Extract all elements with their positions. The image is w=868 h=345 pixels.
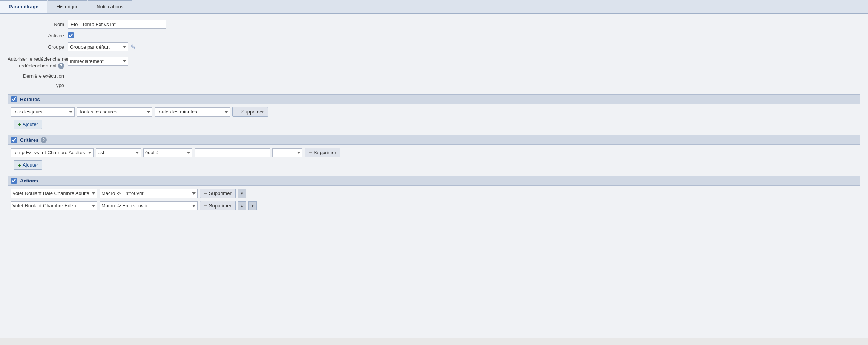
- tab-historique[interactable]: Historique: [48, 0, 87, 13]
- criteria-minus-icon: −: [309, 149, 312, 156]
- criteres-help-icon[interactable]: ?: [41, 137, 47, 143]
- horaires-delete-button[interactable]: − Supprimer: [232, 107, 268, 117]
- groupe-label: Groupe: [8, 44, 68, 50]
- criteria-value-input[interactable]: [195, 148, 270, 157]
- groupe-edit-icon[interactable]: ✎: [130, 43, 135, 51]
- criteres-checkbox[interactable]: [11, 137, 17, 143]
- tab-parametrage[interactable]: Paramétrage: [0, 0, 47, 13]
- autoriser-row: Autoriser le redéclenchement redéclenche…: [8, 55, 860, 69]
- main-content: Nom Activée Groupe Groupe par défaut ✎ A…: [0, 14, 868, 338]
- derniere-exec-label: Dernière exécution: [8, 73, 68, 79]
- action-command-select-0[interactable]: Macro -> Entrouvrir: [100, 189, 198, 198]
- action-down-button-1[interactable]: ▼: [248, 201, 257, 210]
- nom-row: Nom: [8, 20, 860, 29]
- action-device-select-1[interactable]: Volet Roulant Chambre Eden: [11, 201, 97, 210]
- criteres-add-button[interactable]: + Ajouter: [14, 160, 42, 170]
- action-command-select-1[interactable]: Macro -> Entre-ouvrir: [100, 201, 198, 210]
- criteria-subject-select[interactable]: Temp Ext vs Int Chambre Adultes: [11, 148, 94, 157]
- criteres-plus-icon: +: [18, 162, 21, 168]
- horaires-minus-icon: −: [236, 109, 240, 115]
- type-label: Type: [8, 83, 68, 88]
- activee-checkbox[interactable]: [68, 32, 74, 38]
- heures-select[interactable]: Toutes les heures: [77, 107, 152, 117]
- criteria-comparison-select[interactable]: égal à: [143, 148, 192, 157]
- horaires-checkbox[interactable]: [11, 96, 17, 102]
- autoriser-help-icon[interactable]: ?: [58, 63, 64, 69]
- action-minus-icon-0: −: [204, 190, 207, 196]
- autoriser-label: Autoriser le redéclenchement redéclenche…: [8, 56, 68, 69]
- criteria-row: Temp Ext vs Int Chambre Adultes est égal…: [8, 148, 860, 157]
- nom-label: Nom: [8, 21, 68, 27]
- tab-notifications[interactable]: Notifications: [88, 0, 132, 13]
- activee-label: Activée: [8, 33, 68, 38]
- horaires-plus-icon: +: [18, 121, 21, 127]
- action-row-0: Volet Roulant Baie Chambre Adulte Macro …: [8, 189, 860, 198]
- horaires-section-header: Horaires: [8, 94, 860, 104]
- type-row: Type: [8, 83, 860, 88]
- activee-row: Activée: [8, 32, 860, 38]
- action-delete-button-1[interactable]: − Supprimer: [200, 201, 236, 210]
- action-up-button-1[interactable]: ▲: [238, 201, 246, 210]
- arrow-down-icon-1: ▼: [250, 204, 255, 208]
- actions-title: Actions: [20, 178, 38, 184]
- minutes-select[interactable]: Toutes les minutes: [155, 107, 230, 117]
- action-minus-icon-1: −: [204, 202, 207, 209]
- arrow-down-icon-0: ▼: [240, 191, 244, 196]
- schedule-row: Tous les jours Toutes les heures Toutes …: [8, 107, 860, 117]
- nom-input[interactable]: [68, 20, 166, 29]
- criteres-section-header: Critères ?: [8, 135, 860, 145]
- action-delete-button-0[interactable]: − Supprimer: [200, 189, 236, 198]
- criteria-delete-button[interactable]: − Supprimer: [305, 148, 340, 157]
- jours-select[interactable]: Tous les jours: [11, 107, 75, 117]
- derniere-exec-row: Dernière exécution: [8, 73, 860, 79]
- criteria-operator-select[interactable]: est: [96, 148, 141, 157]
- action-row-1: Volet Roulant Chambre Eden Macro -> Entr…: [8, 201, 860, 210]
- tab-bar: Paramétrage Historique Notifications: [0, 0, 868, 14]
- autoriser-select[interactable]: Immédiatement: [68, 57, 128, 66]
- groupe-select[interactable]: Groupe par défaut: [68, 42, 128, 51]
- horaires-title: Horaires: [20, 97, 40, 102]
- actions-section-header: Actions: [8, 176, 860, 186]
- horaires-add-button[interactable]: + Ajouter: [14, 120, 42, 129]
- criteria-dash-select[interactable]: -: [272, 148, 302, 157]
- action-device-select-0[interactable]: Volet Roulant Baie Chambre Adulte: [11, 189, 97, 198]
- action-down-button-0[interactable]: ▼: [238, 189, 246, 198]
- criteres-title: Critères: [20, 137, 38, 143]
- actions-checkbox[interactable]: [11, 178, 17, 184]
- arrow-up-icon-1: ▲: [240, 204, 244, 208]
- groupe-row: Groupe Groupe par défaut ✎: [8, 42, 860, 51]
